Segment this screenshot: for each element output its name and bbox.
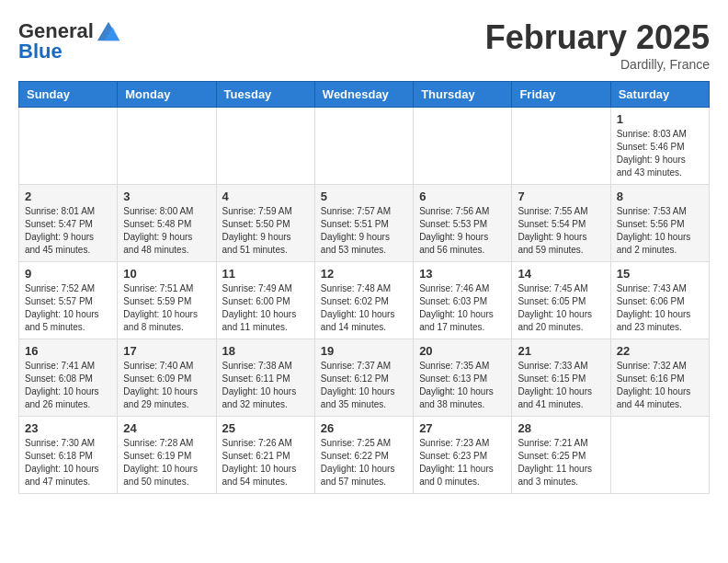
calendar-cell: 10Sunrise: 7:51 AM Sunset: 5:59 PM Dayli…	[118, 262, 216, 339]
calendar-cell	[512, 108, 610, 185]
day-info: Sunrise: 7:35 AM Sunset: 6:13 PM Dayligh…	[419, 360, 506, 411]
weekday-header-friday: Friday	[512, 82, 610, 108]
day-info: Sunrise: 7:45 AM Sunset: 6:05 PM Dayligh…	[518, 282, 604, 334]
day-info: Sunrise: 7:52 AM Sunset: 5:57 PM Dayligh…	[25, 282, 111, 334]
day-info: Sunrise: 7:51 AM Sunset: 5:59 PM Dayligh…	[123, 282, 210, 334]
calendar-cell: 4Sunrise: 7:59 AM Sunset: 5:50 PM Daylig…	[216, 185, 314, 262]
day-number: 1	[617, 112, 703, 126]
calendar-cell: 18Sunrise: 7:38 AM Sunset: 6:11 PM Dayli…	[216, 339, 314, 417]
day-number: 17	[123, 344, 210, 358]
calendar-cell: 21Sunrise: 7:33 AM Sunset: 6:15 PM Dayli…	[512, 339, 610, 417]
month-title: February 2025	[485, 18, 710, 57]
calendar-cell: 27Sunrise: 7:23 AM Sunset: 6:23 PM Dayli…	[414, 417, 512, 494]
day-number: 10	[123, 267, 210, 281]
day-info: Sunrise: 7:41 AM Sunset: 6:08 PM Dayligh…	[25, 360, 111, 411]
page-header: General Blue February 2025 Dardilly, Fra…	[18, 18, 710, 72]
day-number: 12	[321, 267, 407, 281]
calendar-week-row: 23Sunrise: 7:30 AM Sunset: 6:18 PM Dayli…	[19, 417, 710, 494]
day-number: 21	[518, 344, 604, 358]
calendar-week-row: 16Sunrise: 7:41 AM Sunset: 6:08 PM Dayli…	[19, 339, 710, 417]
weekday-header-sunday: Sunday	[19, 82, 118, 108]
day-number: 11	[222, 267, 309, 281]
day-number: 22	[617, 344, 703, 358]
calendar-cell: 22Sunrise: 7:32 AM Sunset: 6:16 PM Dayli…	[610, 339, 709, 417]
day-info: Sunrise: 7:30 AM Sunset: 6:18 PM Dayligh…	[25, 437, 111, 488]
day-number: 9	[25, 267, 111, 281]
calendar-cell	[118, 108, 216, 185]
calendar-cell: 16Sunrise: 7:41 AM Sunset: 6:08 PM Dayli…	[19, 339, 118, 417]
calendar-cell: 6Sunrise: 7:56 AM Sunset: 5:53 PM Daylig…	[414, 185, 512, 262]
day-number: 27	[419, 421, 506, 435]
calendar-cell: 25Sunrise: 7:26 AM Sunset: 6:21 PM Dayli…	[216, 417, 314, 494]
calendar-week-row: 9Sunrise: 7:52 AM Sunset: 5:57 PM Daylig…	[19, 262, 710, 339]
calendar-cell: 24Sunrise: 7:28 AM Sunset: 6:19 PM Dayli…	[118, 417, 216, 494]
calendar-cell: 28Sunrise: 7:21 AM Sunset: 6:25 PM Dayli…	[512, 417, 610, 494]
logo: General Blue	[18, 18, 121, 63]
day-info: Sunrise: 7:49 AM Sunset: 6:00 PM Dayligh…	[222, 282, 309, 334]
day-number: 3	[123, 190, 210, 203]
day-number: 28	[518, 421, 604, 435]
day-number: 2	[25, 190, 111, 203]
day-number: 18	[222, 344, 309, 358]
day-number: 14	[518, 267, 604, 281]
day-info: Sunrise: 7:59 AM Sunset: 5:50 PM Dayligh…	[222, 205, 309, 257]
calendar-cell: 17Sunrise: 7:40 AM Sunset: 6:09 PM Dayli…	[118, 339, 216, 417]
weekday-header-wednesday: Wednesday	[314, 82, 413, 108]
calendar-cell: 9Sunrise: 7:52 AM Sunset: 5:57 PM Daylig…	[19, 262, 118, 339]
day-number: 20	[419, 344, 506, 358]
calendar-cell: 2Sunrise: 8:01 AM Sunset: 5:47 PM Daylig…	[19, 185, 118, 262]
day-info: Sunrise: 7:32 AM Sunset: 6:16 PM Dayligh…	[617, 360, 703, 411]
day-info: Sunrise: 7:33 AM Sunset: 6:15 PM Dayligh…	[518, 360, 604, 411]
day-info: Sunrise: 8:00 AM Sunset: 5:48 PM Dayligh…	[123, 205, 210, 257]
day-info: Sunrise: 7:53 AM Sunset: 5:56 PM Dayligh…	[617, 205, 703, 257]
day-info: Sunrise: 7:43 AM Sunset: 6:06 PM Dayligh…	[617, 282, 703, 334]
day-number: 13	[419, 267, 506, 281]
calendar-cell: 7Sunrise: 7:55 AM Sunset: 5:54 PM Daylig…	[512, 185, 610, 262]
title-block: February 2025 Dardilly, France	[485, 18, 710, 72]
calendar-cell: 13Sunrise: 7:46 AM Sunset: 6:03 PM Dayli…	[414, 262, 512, 339]
weekday-header-tuesday: Tuesday	[216, 82, 314, 108]
day-number: 4	[222, 190, 309, 203]
day-number: 24	[123, 421, 210, 435]
day-info: Sunrise: 7:23 AM Sunset: 6:23 PM Dayligh…	[419, 437, 506, 488]
calendar-week-row: 1Sunrise: 8:03 AM Sunset: 5:46 PM Daylig…	[19, 108, 710, 185]
day-info: Sunrise: 7:28 AM Sunset: 6:19 PM Dayligh…	[123, 437, 210, 488]
day-info: Sunrise: 7:26 AM Sunset: 6:21 PM Dayligh…	[222, 437, 309, 488]
day-info: Sunrise: 8:01 AM Sunset: 5:47 PM Dayligh…	[25, 205, 111, 257]
day-number: 8	[617, 190, 703, 203]
calendar-cell	[414, 108, 512, 185]
calendar-cell	[610, 417, 709, 494]
calendar-cell: 19Sunrise: 7:37 AM Sunset: 6:12 PM Dayli…	[314, 339, 413, 417]
calendar-cell: 5Sunrise: 7:57 AM Sunset: 5:51 PM Daylig…	[314, 185, 413, 262]
location: Dardilly, France	[485, 57, 710, 72]
day-info: Sunrise: 7:40 AM Sunset: 6:09 PM Dayligh…	[123, 360, 210, 411]
day-info: Sunrise: 7:55 AM Sunset: 5:54 PM Dayligh…	[518, 205, 604, 257]
weekday-header-monday: Monday	[118, 82, 216, 108]
day-number: 16	[25, 344, 111, 358]
weekday-header-saturday: Saturday	[610, 82, 709, 108]
day-number: 6	[419, 190, 506, 203]
day-info: Sunrise: 7:21 AM Sunset: 6:25 PM Dayligh…	[518, 437, 604, 488]
weekday-header-thursday: Thursday	[414, 82, 512, 108]
day-info: Sunrise: 7:57 AM Sunset: 5:51 PM Dayligh…	[321, 205, 407, 257]
calendar-cell: 12Sunrise: 7:48 AM Sunset: 6:02 PM Dayli…	[314, 262, 413, 339]
calendar-cell: 1Sunrise: 8:03 AM Sunset: 5:46 PM Daylig…	[610, 108, 709, 185]
day-info: Sunrise: 7:46 AM Sunset: 6:03 PM Dayligh…	[419, 282, 506, 334]
calendar-cell: 15Sunrise: 7:43 AM Sunset: 6:06 PM Dayli…	[610, 262, 709, 339]
day-number: 25	[222, 421, 309, 435]
day-info: Sunrise: 7:48 AM Sunset: 6:02 PM Dayligh…	[321, 282, 407, 334]
day-number: 7	[518, 190, 604, 203]
day-number: 15	[617, 267, 703, 281]
calendar-cell: 3Sunrise: 8:00 AM Sunset: 5:48 PM Daylig…	[118, 185, 216, 262]
calendar-table: SundayMondayTuesdayWednesdayThursdayFrid…	[18, 81, 710, 494]
day-info: Sunrise: 7:56 AM Sunset: 5:53 PM Dayligh…	[419, 205, 506, 257]
weekday-header-row: SundayMondayTuesdayWednesdayThursdayFrid…	[19, 82, 710, 108]
logo-icon	[96, 18, 121, 44]
day-info: Sunrise: 7:38 AM Sunset: 6:11 PM Dayligh…	[222, 360, 309, 411]
calendar-cell: 20Sunrise: 7:35 AM Sunset: 6:13 PM Dayli…	[414, 339, 512, 417]
day-info: Sunrise: 7:25 AM Sunset: 6:22 PM Dayligh…	[321, 437, 407, 488]
day-info: Sunrise: 8:03 AM Sunset: 5:46 PM Dayligh…	[617, 128, 703, 179]
day-number: 5	[321, 190, 407, 203]
calendar-cell: 26Sunrise: 7:25 AM Sunset: 6:22 PM Dayli…	[314, 417, 413, 494]
day-number: 19	[321, 344, 407, 358]
